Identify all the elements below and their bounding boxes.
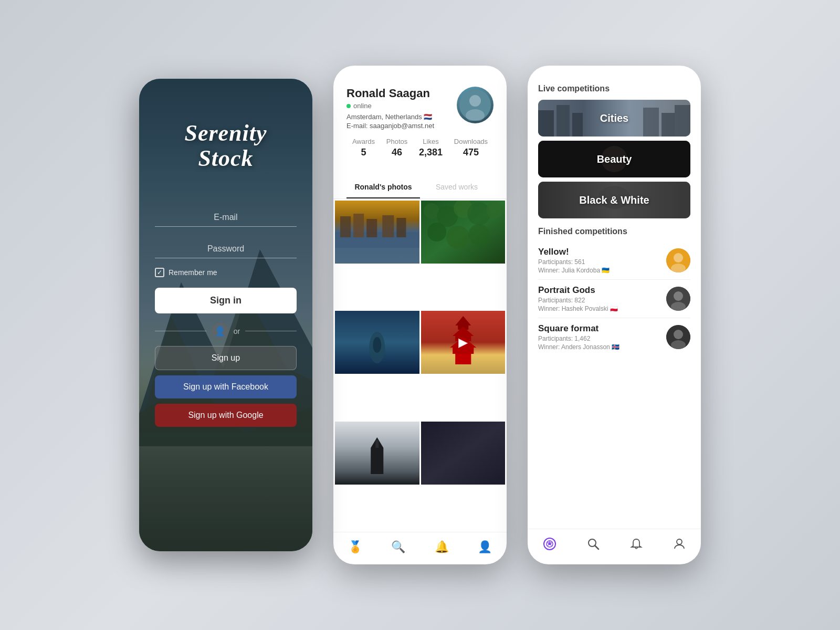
or-line-right: [245, 331, 297, 331]
photos-grid: ▶ ▶: [333, 199, 507, 532]
finished-portrait-info: Portrait Gods Participants: 822 Winner: …: [538, 285, 666, 312]
svg-rect-43: [643, 108, 659, 136]
svg-point-57: [674, 330, 683, 339]
password-field-group: [155, 240, 297, 258]
finished-competitions-title: Finished competitions: [538, 227, 690, 236]
svg-point-22: [468, 224, 489, 245]
stat-awards-value: 5: [352, 147, 375, 158]
svg-point-64: [677, 539, 682, 544]
photo-pagoda[interactable]: ▶ ▶: [421, 311, 506, 374]
winner-portrait-avatar-svg: [666, 287, 690, 311]
beauty-label: Beauty: [597, 153, 632, 165]
finished-item-portrait: Portrait Gods Participants: 822 Winner: …: [538, 280, 690, 318]
svg-point-20: [427, 223, 446, 242]
stat-likes-label: Likes: [419, 138, 443, 145]
svg-rect-35: [371, 448, 383, 474]
stat-likes-value: 2,381: [419, 147, 443, 158]
profile-name: Ronald Saagan: [346, 87, 434, 100]
svg-rect-37: [375, 440, 379, 448]
nav-awards-icon[interactable]: 🏅: [348, 540, 362, 554]
svg-rect-40: [538, 110, 554, 136]
svg-rect-38: [421, 422, 506, 485]
remember-me-row[interactable]: ✓ Remember me: [155, 268, 217, 277]
remember-me-checkbox[interactable]: ✓: [155, 268, 164, 277]
password-input[interactable]: [155, 240, 297, 258]
svg-rect-41: [556, 105, 570, 136]
svg-point-19: [486, 202, 503, 218]
photo-underwater[interactable]: [335, 311, 419, 374]
status-label: online: [353, 102, 372, 110]
signup-google-button[interactable]: Sign up with Google: [155, 404, 297, 427]
svg-rect-12: [382, 215, 394, 237]
finished-portrait-winner: Winner: Hashek Povalski 🇵🇱: [538, 305, 666, 312]
finished-yellow-name: Yellow!: [538, 247, 666, 257]
signup-button[interactable]: Sign up: [155, 346, 297, 370]
bw-label: Black & White: [579, 194, 649, 206]
finished-square-info: Square format Participants: 1,462 Winner…: [538, 323, 666, 351]
tab-my-photos[interactable]: Ronald's photos: [346, 176, 420, 198]
finished-portrait-participants: Participants: 822: [538, 297, 666, 304]
nav-bell-icon[interactable]: 🔔: [435, 540, 449, 554]
svg-point-21: [446, 226, 469, 249]
tab-saved-works[interactable]: Saved works: [420, 176, 494, 198]
svg-rect-45: [675, 105, 690, 136]
photo-church[interactable]: [335, 422, 419, 485]
live-card-cities[interactable]: Cities: [538, 100, 690, 136]
profile-email: E-mail: saaganjob@amst.net: [346, 122, 434, 130]
nav-search-icon[interactable]: 🔍: [391, 540, 405, 554]
user-silhouette-icon: 👤: [212, 323, 228, 340]
nav-search-icon-comp[interactable]: [587, 538, 600, 553]
profile-avatar: [457, 87, 494, 123]
profile-header: Ronald Saagan online Amsterdam, Netherla…: [333, 66, 507, 176]
search-svg: [587, 538, 600, 550]
winner-yellow-avatar: [666, 248, 690, 272]
nav-person-icon-comp[interactable]: [673, 538, 686, 553]
green-photo-svg: [421, 201, 506, 264]
church-photo-svg: [335, 422, 419, 485]
photo-green-texture[interactable]: [421, 201, 506, 264]
amsterdam-photo-svg: [335, 201, 419, 264]
stat-photos-value: 46: [386, 147, 407, 158]
live-card-beauty[interactable]: Beauty: [538, 141, 690, 177]
avatar-svg: [459, 89, 491, 121]
or-divider: 👤 or: [155, 323, 297, 340]
nav-trophy-icon[interactable]: [543, 537, 556, 554]
underwater-photo-svg: [335, 311, 419, 374]
competitions-content: Live competitions Cities Beauty: [528, 66, 701, 529]
online-status: online: [346, 102, 434, 110]
stat-photos: Photos 46: [386, 138, 407, 158]
photo-amsterdam[interactable]: [335, 201, 419, 264]
svg-point-51: [674, 253, 683, 262]
dark-photo-svg: [421, 422, 506, 485]
stat-awards: Awards 5: [352, 138, 375, 158]
stat-awards-label: Awards: [352, 138, 375, 145]
stat-downloads-label: Downloads: [454, 138, 488, 145]
profile-bottom-nav: 🏅 🔍 🔔 👤: [333, 532, 507, 564]
signin-button[interactable]: Sign in: [155, 288, 297, 313]
stat-downloads-value: 475: [454, 147, 488, 158]
nav-bell-icon-comp[interactable]: [630, 538, 643, 553]
winner-yellow-avatar-svg: [666, 248, 690, 272]
svg-rect-9: [340, 216, 351, 237]
svg-point-25: [373, 337, 381, 353]
stat-photos-label: Photos: [386, 138, 407, 145]
trophy-svg: [543, 537, 556, 551]
profile-phone: Ronald Saagan online Amsterdam, Netherla…: [333, 66, 507, 564]
svg-point-18: [467, 202, 490, 225]
live-competitions-title: Live competitions: [538, 84, 690, 93]
photo-dark-texture[interactable]: [421, 422, 506, 485]
finished-yellow-participants: Participants: 561: [538, 258, 666, 266]
person-svg: [673, 538, 686, 550]
finished-yellow-winner: Winner: Julia Kordoba 🇺🇦: [538, 267, 666, 274]
svg-point-54: [674, 291, 683, 301]
finished-item-square: Square format Participants: 1,462 Winner…: [538, 318, 690, 356]
competitions-bottom-nav: [528, 529, 701, 564]
profile-tabs: Ronald's photos Saved works: [333, 176, 507, 199]
nav-person-icon[interactable]: 👤: [478, 540, 492, 554]
svg-rect-42: [572, 113, 583, 136]
or-label: or: [234, 327, 240, 335]
signup-facebook-button[interactable]: Sign up with Facebook: [155, 375, 297, 398]
live-card-blackwhite[interactable]: Black & White: [538, 182, 690, 218]
svg-rect-11: [366, 219, 377, 237]
email-input[interactable]: [155, 208, 297, 227]
